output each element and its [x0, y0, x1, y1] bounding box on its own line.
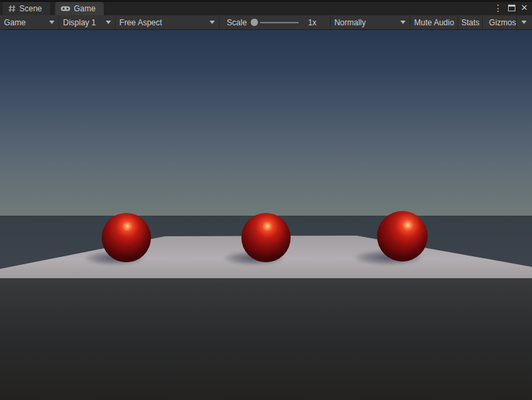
chevron-down-icon: [106, 21, 111, 24]
tab-game[interactable]: Game: [55, 2, 104, 15]
maximize-icon[interactable]: [508, 5, 515, 11]
tab-bar: Scene Game ⋮ ✕: [0, 0, 532, 15]
window-controls: ⋮ ✕: [492, 0, 529, 15]
scale-control: Scale 1x: [219, 15, 331, 29]
aspect-ratio-dropdown[interactable]: Free Aspect: [116, 15, 220, 29]
mute-audio-button[interactable]: Mute Audio: [410, 15, 458, 29]
scale-slider-track[interactable]: [260, 22, 299, 23]
stats-label: Stats: [462, 18, 479, 27]
mute-audio-label: Mute Audio: [414, 18, 454, 27]
gamepad-icon: [61, 5, 70, 12]
red-sphere: [241, 213, 291, 262]
chevron-down-icon: [209, 21, 215, 24]
grid-icon: [8, 5, 16, 13]
aspect-label: Free Aspect: [120, 18, 206, 27]
game-viewport[interactable]: [0, 30, 532, 400]
kebab-menu-icon[interactable]: ⋮: [492, 3, 504, 13]
game-mode-dropdown[interactable]: Game: [0, 15, 59, 29]
play-mode-label: Normally: [334, 18, 397, 27]
scale-label: Scale: [227, 18, 247, 27]
display-dropdown[interactable]: Display 1: [59, 15, 116, 29]
play-mode-dropdown[interactable]: Normally: [331, 15, 411, 29]
red-sphere: [102, 213, 151, 262]
game-mode-label: Game: [4, 18, 45, 27]
stats-button[interactable]: Stats: [458, 15, 483, 29]
scale-slider-knob[interactable]: [251, 19, 258, 26]
chevron-down-icon: [49, 21, 55, 24]
tab-scene-label: Scene: [19, 4, 42, 13]
red-sphere: [377, 211, 428, 262]
gizmos-dropdown[interactable]: Gizmos: [483, 15, 532, 29]
close-icon[interactable]: ✕: [519, 3, 529, 12]
tab-scene[interactable]: Scene: [3, 2, 50, 15]
game-view-toolbar: Game Display 1 Free Aspect Scale 1x Norm…: [0, 15, 532, 30]
gizmos-label: Gizmos: [489, 18, 516, 27]
display-label: Display 1: [63, 18, 102, 27]
chevron-down-icon: [400, 21, 406, 24]
chevron-down-icon: [521, 21, 527, 24]
tab-game-label: Game: [74, 4, 96, 13]
unity-game-panel: Scene Game ⋮ ✕ Game Display 1: [0, 0, 532, 400]
gizmos-arrow-section[interactable]: [516, 15, 528, 29]
scale-value: 1x: [308, 18, 317, 27]
